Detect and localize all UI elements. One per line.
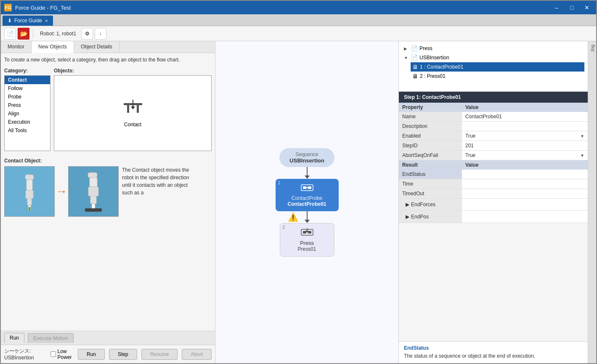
abort-button[interactable]: Abort (182, 349, 212, 360)
endpos-expand[interactable]: ▶ EndPos (402, 213, 459, 221)
contact-object-item[interactable]: Contact (117, 96, 149, 131)
category-item-probe[interactable]: Probe (5, 93, 50, 101)
contact-icon (120, 99, 146, 120)
tree-item-press[interactable]: ▶ 📄 Press (402, 44, 584, 53)
category-item-alltools[interactable]: All Tools (5, 126, 50, 135)
tab-new-objects[interactable]: New Objects (32, 41, 74, 53)
tree-press-icon: 📄 (411, 45, 418, 52)
new-button[interactable]: 📄 (4, 28, 16, 40)
tree-item-press01[interactable]: 🖥 2 : Press01 (411, 72, 584, 81)
tree-usb-icon: 📄 (411, 54, 418, 61)
tab-monitor[interactable]: Monitor (1, 41, 32, 53)
category-item-align[interactable]: Align (5, 109, 50, 118)
robot-after-image (68, 166, 119, 217)
enabled-dropdown-arrow: ▼ (580, 134, 584, 138)
prop-abortseq-label: AbortSeqOnFail (399, 151, 462, 160)
tree-item-contactprobe[interactable]: 🖥 1 : ContactProbe01 (411, 62, 584, 72)
result-col-property: Result (399, 160, 462, 170)
prop-desc-value[interactable] (462, 122, 588, 131)
endforces-expand[interactable]: ▶ EndForces (402, 200, 459, 209)
contactprobe-tree-icon: 🖥 (412, 64, 418, 70)
contactprobe-node[interactable]: 1 ContactProbe ContactProbe01 (276, 179, 339, 211)
warning-icon: ⚠️ (288, 212, 298, 222)
left-tab-bar: Monitor New Objects Object Details (1, 41, 215, 53)
robot-config-button[interactable]: ⚙ (81, 28, 93, 40)
category-item-contact[interactable]: Contact (5, 76, 50, 84)
step-button[interactable]: Step (109, 349, 137, 360)
title-bar-left: FG Force Guide - FG_Test (4, 4, 71, 11)
prop-time-value (462, 179, 588, 189)
prop-endpos-value (462, 211, 588, 223)
arrow-head-2 (305, 220, 310, 223)
minimize-button[interactable]: – (551, 3, 563, 12)
prop-endstatus-label: EndStatus (399, 170, 462, 179)
step1-type: ContactProbe (284, 195, 330, 201)
prop-abortseq-value[interactable]: True ▼ (462, 151, 588, 160)
prop-name-label: Name (399, 112, 462, 122)
prop-enabled-label: Enabled (399, 131, 462, 141)
svg-rect-12 (90, 178, 97, 187)
abortseq-dropdown-arrow: ▼ (580, 153, 584, 158)
preview-images: → (4, 166, 119, 217)
svg-rect-8 (27, 199, 32, 205)
properties-scroll[interactable]: Property Value Name ContactProbe01 Descr… (399, 103, 588, 341)
svg-rect-19 (308, 186, 311, 189)
category-list[interactable]: Contact Follow Probe Press Align Executi… (4, 75, 50, 151)
end-status-text: The status of a sequence or object at th… (404, 353, 583, 360)
prop-row-endpos: ▶ EndPos (399, 211, 588, 223)
robot-action-button[interactable]: ↓ (95, 28, 106, 40)
tree-contactprobe-label: 1 : ContactProbe01 (420, 64, 463, 70)
left-panel: Monitor New Objects Object Details To cr… (1, 41, 215, 363)
svg-rect-11 (88, 173, 97, 178)
svg-rect-23 (308, 231, 311, 234)
tab-close-button[interactable]: ✕ (45, 19, 48, 23)
app-icon: FG (4, 4, 12, 11)
maximize-button[interactable]: □ (566, 3, 578, 12)
contact-description-text: The Contact object moves the robot in th… (122, 166, 189, 197)
sequence-name: USBInsertion (289, 157, 324, 164)
sequence-node[interactable]: Sequence USBInsertion (279, 148, 334, 167)
properties-panel: Step 1: ContactProbe01 Property Value Na… (399, 92, 588, 363)
prop-row-description: Description (399, 122, 588, 131)
prop-stepid-value[interactable]: 201 (462, 141, 588, 151)
objects-section: Objects: (54, 68, 212, 151)
run-tab[interactable]: Run (4, 333, 24, 343)
instruction-text: To create a new object, select a categor… (4, 56, 212, 64)
run-button[interactable]: Run (78, 349, 105, 360)
prop-row-time: Time (399, 179, 588, 189)
prop-row-endforces: ▶ EndForces (399, 199, 588, 211)
svg-rect-16 (85, 208, 102, 212)
category-item-follow[interactable]: Follow (5, 84, 50, 93)
category-item-execution[interactable]: Execution (5, 118, 50, 126)
contact-preview: Contact Object: (4, 158, 212, 217)
open-button[interactable]: 📂 (18, 28, 29, 40)
low-power-checkbox[interactable] (50, 351, 56, 357)
sequence-bar: シーケンス: USBInsertion Low Power Run Step R… (1, 345, 215, 363)
abortseq-select[interactable]: True ▼ (465, 152, 584, 158)
prop-name-value[interactable]: ContactProbe01 (462, 112, 588, 122)
close-button[interactable]: ✕ (581, 3, 593, 12)
prop-row-stepid: StepID 201 (399, 141, 588, 151)
step2-type: Press (289, 240, 326, 246)
prop-timedout-value (462, 189, 588, 199)
category-item-press[interactable]: Press (5, 101, 50, 109)
resume-button[interactable]: Resume (141, 349, 178, 360)
force-guide-tab[interactable]: ⬇ Force Guide ✕ (3, 16, 53, 26)
svg-rect-5 (25, 175, 34, 180)
execute-motion-tab[interactable]: Execute Motion (28, 333, 74, 343)
prop-row-name: Name ContactProbe01 (399, 112, 588, 122)
enabled-select[interactable]: True ▼ (465, 133, 584, 139)
svg-marker-4 (131, 106, 135, 109)
flow-container: Sequence USBInsertion 1 (267, 140, 347, 265)
svg-rect-22 (303, 231, 306, 234)
tree-item-usb[interactable]: ▼ 📄 USBInsertion (402, 53, 584, 62)
prop-timedout-label: TimedOut (399, 189, 462, 199)
jog-label[interactable]: Jog (590, 45, 595, 52)
tab-object-details[interactable]: Object Details (74, 41, 119, 53)
window-title: Force Guide - FG_Test (15, 5, 71, 11)
press-node[interactable]: 2 Press Press01 (280, 223, 334, 257)
svg-rect-6 (27, 180, 32, 190)
prop-enabled-value[interactable]: True ▼ (462, 131, 588, 141)
prop-time-label: Time (399, 179, 462, 189)
flowchart-area: Sequence USBInsertion 1 (215, 41, 398, 363)
